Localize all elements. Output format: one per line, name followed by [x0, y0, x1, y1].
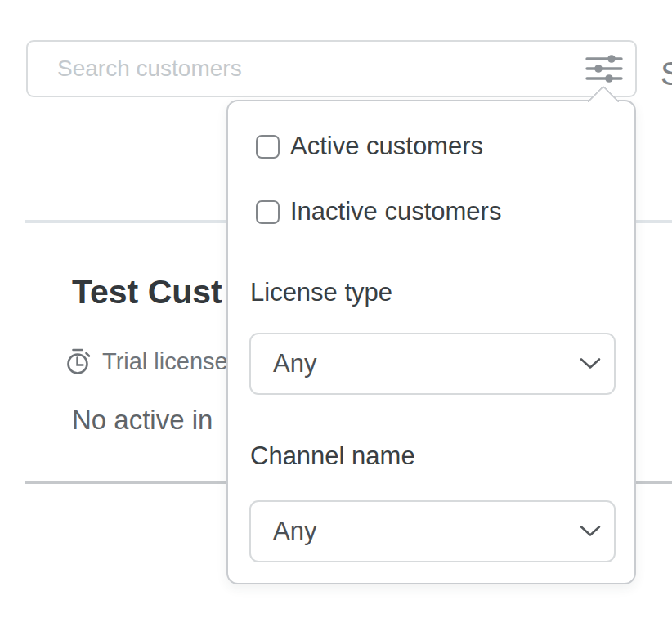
license-type-label: License type [250, 280, 392, 305]
search-box [26, 40, 637, 97]
active-customers-row: Active customers [256, 133, 483, 159]
inactive-customers-row: Inactive customers [256, 199, 501, 225]
partial-right-label: S [661, 57, 672, 90]
channel-name-select[interactable]: Any [249, 500, 616, 562]
filter-dropdown-panel: Active customers Inactive customers Lice… [226, 100, 636, 584]
filter-button[interactable] [583, 50, 625, 87]
license-row: Trial license [65, 347, 228, 376]
customer-status-text: No active in [72, 404, 213, 437]
chevron-down-icon [580, 358, 601, 370]
customers-page: S Test Cust Trial license No active in A… [0, 0, 672, 618]
license-label: Trial license [102, 348, 228, 375]
search-input[interactable] [57, 42, 572, 96]
license-type-select[interactable]: Any [249, 333, 616, 395]
active-customers-checkbox[interactable] [256, 135, 280, 159]
stopwatch-icon [65, 347, 92, 375]
chevron-down-icon [580, 526, 601, 538]
customer-name: Test Cust [72, 275, 222, 309]
active-customers-label: Active customers [290, 132, 483, 161]
channel-name-value: Any [273, 517, 316, 546]
inactive-customers-label: Inactive customers [290, 197, 501, 226]
channel-name-label: Channel name [250, 443, 415, 468]
inactive-customers-checkbox[interactable] [256, 200, 280, 224]
license-type-value: Any [273, 349, 316, 378]
sliders-icon [585, 53, 623, 84]
